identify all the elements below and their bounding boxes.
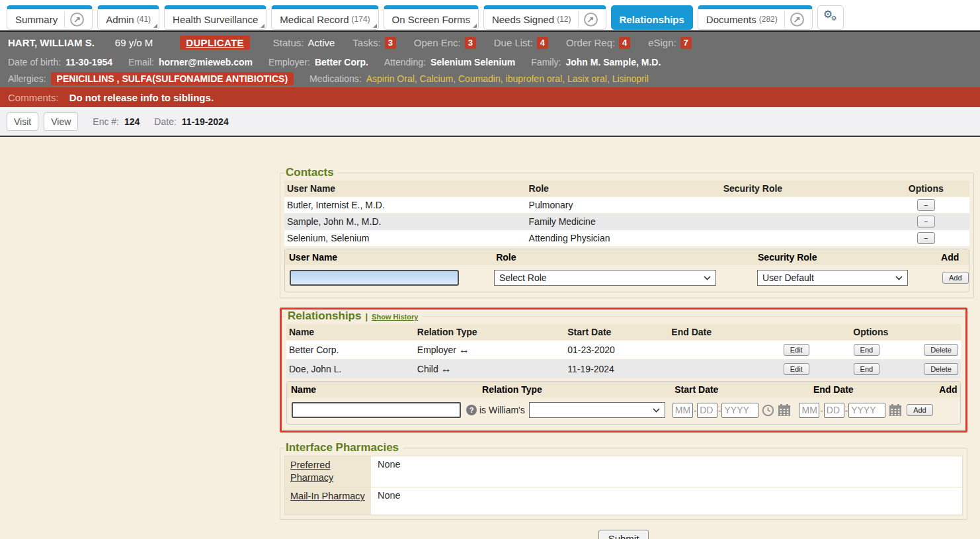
dropdown-corner-icon	[153, 24, 157, 28]
tab-divider	[784, 11, 785, 28]
add-header-end-date: End Date	[809, 384, 935, 395]
medication-link[interactable]: ibuprofen oral	[506, 73, 567, 84]
date-dash: -	[718, 405, 721, 415]
preferred-pharmacy-link[interactable]: Preferred Pharmacy	[290, 460, 333, 483]
calendar-icon	[889, 403, 902, 417]
patient-age-sex: 69 y/o M	[115, 37, 153, 48]
start-month-input[interactable]	[673, 403, 693, 418]
status-value: Active	[307, 37, 335, 48]
start-date-calendar-button[interactable]	[778, 403, 791, 417]
family-value: John M. Sample, M.D.	[565, 57, 661, 67]
contacts-add-input-row: Select Role User Default Add	[285, 270, 969, 286]
tab-divider	[64, 11, 65, 28]
add-relationship-button[interactable]: Add	[907, 404, 933, 416]
show-history-link[interactable]: Show History	[372, 313, 418, 321]
status-label: Status:	[273, 37, 304, 48]
tab-on-screen-forms[interactable]: On Screen Forms	[384, 5, 479, 30]
pharmacy-row: Mail-In Pharmacy None	[285, 487, 962, 515]
pharmacies-title: Interface Pharmacies	[284, 441, 403, 454]
edit-relationship-button[interactable]: Edit	[784, 344, 809, 356]
tab-medical-record[interactable]: Medical Record (174)	[271, 5, 378, 30]
order-req-badge[interactable]: 4	[619, 37, 630, 49]
mail-in-pharmacy-link[interactable]: Mail-In Pharmacy	[290, 491, 365, 501]
medications-list: Aspirin OralCalciumCoumadinibuprofen ora…	[366, 73, 649, 84]
tab-needs-signed[interactable]: Needs Signed (12) ↗	[483, 5, 606, 30]
rel-header-relation-type: Relation Type	[415, 327, 565, 337]
esign-badge[interactable]: 7	[680, 37, 692, 49]
rel-header-options: Options	[781, 327, 961, 337]
end-year-input[interactable]	[848, 403, 885, 418]
contact-user-name: Sample, John M., M.D.	[284, 216, 526, 227]
tab-documents[interactable]: Documents (282) ↗	[698, 5, 813, 30]
add-header-security-role: Security Role	[754, 252, 937, 263]
comments-bar: Comments: Do not release info to sibling…	[0, 87, 980, 107]
contacts-header-options: Options	[883, 183, 969, 194]
delete-relationship-button[interactable]: Delete	[924, 363, 958, 375]
popout-arrow-icon[interactable]: ↗	[790, 13, 804, 26]
medication-link[interactable]: Lisinopril	[612, 73, 649, 84]
contacts-title: Contacts	[284, 166, 338, 179]
end-day-input[interactable]	[824, 403, 844, 418]
add-contact-button[interactable]: Add	[942, 272, 969, 284]
remove-contact-button[interactable]: −	[917, 216, 934, 228]
relationship-name: Doe, John L.	[286, 364, 415, 374]
relationship-name-input[interactable]	[292, 402, 461, 418]
medications-label: Medications:	[309, 73, 362, 84]
tab-admin[interactable]: Admin (41)	[97, 5, 159, 30]
tasks-badge[interactable]: 3	[385, 37, 396, 49]
end-date-calendar-button[interactable]	[889, 403, 902, 417]
start-day-input[interactable]	[697, 403, 717, 418]
medication-link[interactable]: Calcium	[420, 73, 458, 84]
role-select-value: Select Role	[499, 272, 547, 283]
help-icon[interactable]: ?	[466, 405, 477, 415]
end-relationship-button[interactable]: End	[854, 363, 880, 375]
medication-link[interactable]: Lasix oral	[567, 73, 612, 84]
security-role-select[interactable]: User Default	[757, 270, 908, 286]
contact-user-name-input[interactable]	[290, 270, 459, 286]
popout-arrow-icon[interactable]: ↗	[70, 13, 84, 26]
remove-contact-button[interactable]: −	[917, 232, 934, 244]
relationship-start-date: 01-23-2020	[565, 345, 669, 355]
tab-summary[interactable]: Summary ↗	[7, 5, 93, 30]
tab-count: (41)	[137, 15, 151, 24]
contacts-row: Butler, Internist E., M.D. Pulmonary −	[284, 196, 969, 213]
end-month-input[interactable]	[799, 403, 819, 418]
start-year-input[interactable]	[721, 403, 758, 418]
allergies-label: Allergies:	[8, 73, 46, 84]
popout-arrow-icon[interactable]: ↗	[584, 13, 598, 26]
edit-relationship-button[interactable]: Edit	[784, 363, 809, 375]
open-enc-badge[interactable]: 3	[465, 37, 476, 49]
date-dash: -	[820, 405, 823, 415]
clock-icon	[762, 404, 774, 417]
view-button[interactable]: View	[44, 112, 78, 131]
tab-health-surveillance[interactable]: Health Surveillance	[164, 5, 266, 30]
role-select[interactable]: Select Role	[494, 270, 716, 286]
tab-label: Medical Record	[280, 14, 348, 25]
submit-button[interactable]: Submit	[598, 530, 649, 539]
delete-relationship-button[interactable]: Delete	[924, 344, 958, 356]
time-picker-button[interactable]	[762, 404, 774, 417]
allergies-value[interactable]: PENICILLINS , SULFA(SULFONAMIDE ANTIBIOT…	[51, 72, 294, 85]
calendar-icon	[778, 403, 791, 417]
medication-link[interactable]: Aspirin Oral	[366, 73, 420, 84]
enc-number-value: 124	[124, 116, 140, 127]
due-list-badge[interactable]: 4	[537, 37, 548, 49]
bidirectional-arrow-icon: ↔	[459, 344, 470, 355]
dob-value: 11-30-1954	[65, 57, 112, 67]
contacts-row: Selenium, Selenium Attending Physician −	[284, 229, 969, 246]
visit-button[interactable]: Visit	[7, 112, 38, 131]
contact-role: Family Medicine	[526, 216, 721, 227]
settings-button[interactable]: ⚙ ⚙	[817, 5, 844, 30]
remove-contact-button[interactable]: −	[917, 199, 934, 211]
tab-label: Admin	[106, 14, 134, 25]
relation-type-select[interactable]	[529, 402, 665, 418]
medication-link[interactable]: Coumadin	[458, 73, 506, 84]
relationship-name: Better Corp.	[286, 345, 415, 355]
duplicate-flag[interactable]: DUPLICATE	[180, 36, 249, 50]
tab-relationships[interactable]: Relationships	[611, 5, 693, 30]
add-header-name: Name	[287, 384, 478, 395]
relationships-add-header-row: Name Relation Type Start Date End Date A…	[287, 382, 960, 397]
family-label: Family:	[531, 57, 561, 67]
end-relationship-button[interactable]: End	[854, 344, 880, 356]
contacts-header-user-name: User Name	[284, 183, 526, 194]
